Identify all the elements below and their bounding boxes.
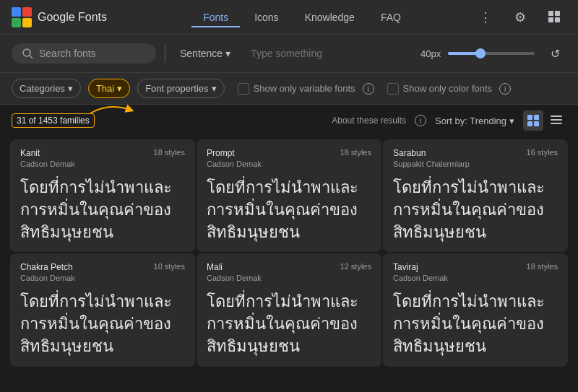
font-card-taviraj[interactable]: Taviraj Cadson Demak 18 styles โดยที่การ… [383, 253, 568, 366]
svg-rect-5 [555, 11, 560, 16]
font-grid: Kanit Cadson Demak 18 styles โดยที่การไม… [0, 139, 578, 367]
svg-rect-0 [12, 7, 21, 17]
logo-icon [12, 7, 32, 27]
font-styles: 10 styles [154, 262, 185, 271]
font-preview: โดยที่การไม่นำพาและการหมิ่นในคุณค่าของสิ… [20, 177, 185, 243]
about-results-info-icon[interactable]: i [415, 115, 426, 126]
size-slider[interactable] [448, 52, 535, 55]
chevron-down-icon: ▾ [117, 83, 122, 94]
font-styles: 12 styles [340, 262, 371, 271]
apps-grid-icon [548, 11, 561, 24]
font-preview: โดยที่การไม่นำพาและการหมิ่นในคุณค่าของสิ… [20, 291, 185, 357]
font-card-header: Sarabun Suppakit Chalermlarp 16 styles [393, 148, 558, 168]
results-right: About these results i Sort by: Trending … [332, 110, 566, 131]
font-name: Kanit [20, 148, 75, 158]
color-fonts-checkbox[interactable] [387, 83, 399, 95]
font-card-kanit[interactable]: Kanit Cadson Demak 18 styles โดยที่การไม… [10, 139, 195, 252]
search-icon [22, 48, 33, 59]
sentence-selector[interactable]: Sentence ▾ [174, 45, 236, 62]
svg-rect-2 [12, 18, 21, 27]
list-view-icon [551, 115, 562, 126]
refresh-button[interactable]: ↺ [543, 42, 566, 65]
font-preview: โดยที่การไม่นำพาและการหมิ่นในคุณค่าของสิ… [207, 177, 371, 243]
more-options-button[interactable]: ⋮ [474, 6, 497, 29]
search-bar: Sentence ▾ 40px ↺ [0, 35, 578, 73]
svg-rect-3 [22, 18, 32, 27]
font-name: Chakra Petch [20, 262, 75, 272]
chevron-down-icon: ▾ [68, 83, 73, 94]
settings-button[interactable]: ⚙ [509, 6, 532, 29]
svg-rect-1 [22, 7, 32, 17]
view-toggle [523, 110, 566, 131]
apps-grid-button[interactable] [543, 6, 566, 29]
grid-view-icon [527, 115, 539, 126]
svg-point-8 [23, 49, 30, 56]
svg-rect-12 [527, 121, 532, 126]
slider-thumb [475, 48, 486, 58]
svg-line-9 [30, 56, 33, 58]
svg-rect-4 [548, 11, 553, 16]
grid-view-button[interactable] [523, 110, 543, 131]
color-fonts-checkbox-label[interactable]: Show only color fonts [387, 83, 493, 95]
list-view-button[interactable] [546, 110, 566, 131]
about-results[interactable]: About these results [332, 116, 406, 126]
nav-item-icons[interactable]: Icons [243, 7, 290, 27]
variable-fonts-checkbox-label[interactable]: Show only variable fonts [238, 83, 355, 95]
font-name: Sarabun [393, 148, 470, 158]
header-actions: ⋮ ⚙ [474, 6, 566, 29]
search-wrapper[interactable] [12, 43, 156, 64]
logo-text: Google Fonts [38, 11, 107, 24]
header: Google Fonts Fonts Icons Knowledge FAQ ⋮… [0, 0, 578, 35]
font-styles: 18 styles [340, 148, 371, 157]
font-author: Cadson Demak [20, 274, 75, 282]
nav-item-fonts[interactable]: Fonts [191, 7, 240, 27]
font-card-header: Taviraj Cadson Demak 18 styles [393, 262, 558, 282]
nav-item-knowledge[interactable]: Knowledge [293, 7, 366, 27]
chevron-down-icon: ▾ [225, 48, 230, 59]
type-something-input[interactable] [245, 45, 412, 62]
font-card-mali[interactable]: Mali Cadson Demak 12 styles โดยที่การไม่… [197, 253, 381, 366]
font-preview: โดยที่การไม่นำพาและการหมิ่นในคุณค่าของสิ… [393, 177, 558, 243]
variable-fonts-checkbox[interactable] [238, 83, 249, 95]
font-card-chakra-petch[interactable]: Chakra Petch Cadson Demak 10 styles โดยท… [10, 253, 195, 366]
font-styles: 18 styles [527, 262, 558, 271]
filter-bar: Categories ▾ Thai ▾ Font properties ▾ Sh… [0, 73, 578, 105]
chevron-down-icon: ▾ [212, 83, 217, 94]
chevron-down-icon: ▾ [509, 116, 514, 126]
font-preview: โดยที่การไม่นำพาและการหมิ่นในคุณค่าของสิ… [207, 291, 371, 357]
font-name: Prompt [207, 148, 262, 158]
font-styles: 18 styles [154, 148, 185, 157]
main-nav: Fonts Icons Knowledge FAQ [130, 7, 474, 27]
variable-fonts-info-icon[interactable]: i [363, 83, 374, 95]
svg-rect-16 [551, 123, 562, 124]
font-author: Cadson Demak [207, 274, 262, 282]
font-card-header: Kanit Cadson Demak 18 styles [20, 148, 185, 168]
search-input[interactable] [39, 48, 140, 59]
font-card-header: Chakra Petch Cadson Demak 10 styles [20, 262, 185, 282]
svg-rect-10 [527, 115, 532, 120]
svg-rect-15 [551, 119, 562, 121]
svg-rect-13 [534, 121, 539, 126]
results-bar: 31 of 1453 families About these results … [0, 105, 578, 136]
thai-filter[interactable]: Thai ▾ [88, 79, 130, 98]
font-author: Cadson Demak [393, 274, 448, 282]
svg-rect-7 [555, 17, 560, 22]
sort-selector[interactable]: Sort by: Trending ▾ [435, 116, 514, 126]
color-fonts-info-icon[interactable]: i [499, 83, 511, 95]
svg-rect-6 [548, 17, 553, 22]
font-card-prompt[interactable]: Prompt Cadson Demak 18 styles โดยที่การไ… [197, 139, 381, 252]
font-author: Cadson Demak [207, 160, 262, 168]
font-name: Mali [207, 262, 262, 272]
svg-rect-14 [551, 116, 562, 117]
nav-item-faq[interactable]: FAQ [369, 7, 413, 27]
divider [165, 45, 165, 62]
size-label: 40px [420, 48, 442, 59]
font-author: Suppakit Chalermlarp [393, 160, 470, 168]
font-properties-filter[interactable]: Font properties ▾ [137, 79, 224, 98]
font-card-header: Prompt Cadson Demak 18 styles [207, 148, 371, 168]
categories-filter[interactable]: Categories ▾ [12, 79, 81, 98]
font-author: Cadson Demak [20, 160, 75, 168]
font-preview: โดยที่การไม่นำพาและการหมิ่นในคุณค่าของสิ… [393, 291, 558, 357]
font-card-sarabun[interactable]: Sarabun Suppakit Chalermlarp 16 styles โ… [383, 139, 568, 252]
logo[interactable]: Google Fonts [12, 7, 107, 27]
